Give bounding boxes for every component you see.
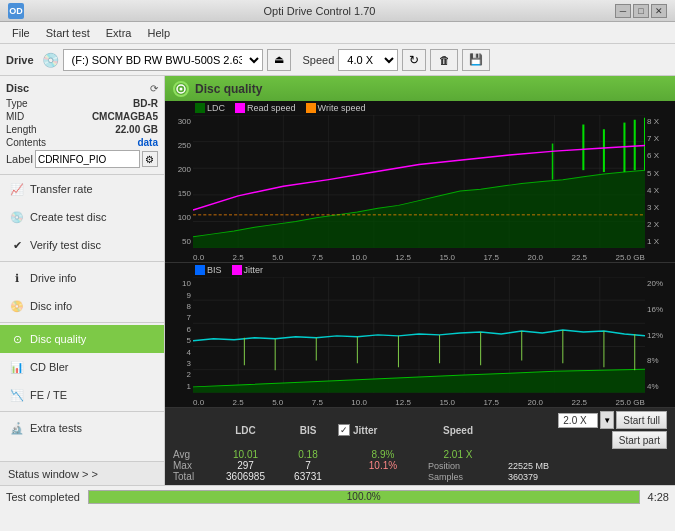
y-b-10: 10 [165,279,193,288]
y-label-3x: 3 X [645,203,675,212]
disc-info-icon: 📀 [10,299,24,313]
samples-label: Samples [428,472,508,482]
status-window-button[interactable]: Status window > > [0,461,164,485]
bx-label-15: 15.0 [439,398,455,407]
progress-bar-container: 100.0% [88,490,640,504]
drive-select[interactable]: (F:) SONY BD RW BWU-500S 2.63 [63,49,263,71]
close-button[interactable]: ✕ [651,4,667,18]
nav-items: 📈 Transfer rate 💿 Create test disc ✔ Ver… [0,175,164,461]
max-label: Max [173,460,213,471]
label-icon-button[interactable]: ⚙ [142,151,158,167]
y-label-150: 150 [165,189,193,198]
jitter-legend-label: Jitter [244,265,264,275]
nav-divider-3 [0,411,164,412]
max-ldc: 297 [213,460,278,471]
x-label-5: 5.0 [272,253,283,262]
x-label-10: 10.0 [351,253,367,262]
jitter-legend-color [232,265,242,275]
menu-extra[interactable]: Extra [98,25,140,41]
y-label-7x: 7 X [645,134,675,143]
avg-bis: 0.18 [278,449,338,460]
titlebar: OD Opti Drive Control 1.70 ─ □ ✕ [0,0,675,22]
y-label-300: 300 [165,117,193,126]
samples-value: 360379 [508,472,538,482]
drive-label: Drive [6,54,34,66]
disc-quality-label: Disc quality [30,333,86,345]
eject-button[interactable]: ⏏ [267,49,291,71]
sidebar-item-disc-quality[interactable]: ⊙ Disc quality [0,325,164,353]
sidebar-item-fe-te[interactable]: 📉 FE / TE [0,381,164,409]
refresh-button[interactable]: ↻ [402,49,426,71]
y-label-8x: 8 X [645,117,675,126]
transfer-rate-icon: 📈 [10,182,24,196]
bottom-chart-legend: BIS Jitter [195,265,263,275]
contents-label: Contents [6,137,46,148]
elapsed-time: 4:28 [648,491,669,503]
y-b-5: 5 [165,336,193,345]
window-controls: ─ □ ✕ [615,4,667,18]
speed-header: Speed [428,425,488,436]
write-speed-legend-label: Write speed [318,103,366,113]
top-chart-svg [193,115,645,248]
sidebar-item-drive-info[interactable]: ℹ Drive info [0,264,164,292]
nav-divider-2 [0,322,164,323]
length-label: Length [6,124,37,135]
sidebar-item-disc-info[interactable]: 📀 Disc info [0,292,164,320]
start-full-button[interactable]: Start full [616,411,667,429]
y-label-1x: 1 X [645,237,675,246]
length-value: 22.00 GB [115,124,158,135]
menu-file[interactable]: File [4,25,38,41]
y-label-6x: 6 X [645,151,675,160]
fe-te-icon: 📉 [10,388,24,402]
speed-control-row: 2.0 X ▼ Start full [558,411,667,429]
y-b-7: 7 [165,313,193,322]
bx-label-5: 5.0 [272,398,283,407]
bx-label-20: 20.0 [527,398,543,407]
menubar: File Start test Extra Help [0,22,675,44]
disc-quality-title: Disc quality [195,82,262,96]
status-text: Test completed [6,491,80,503]
avg-speed: 2.01 X [428,449,488,460]
position-value: 22525 MB [508,461,549,471]
sidebar-item-transfer-rate[interactable]: 📈 Transfer rate [0,175,164,203]
stats-avg-row: Avg 10.01 0.18 8.9% 2.01 X [173,449,667,460]
x-label-25: 25.0 GB [616,253,645,262]
y-b-9: 9 [165,291,193,300]
disc-quality-icon: ⊙ [10,332,24,346]
save-button[interactable]: 💾 [462,49,490,71]
bottom-chart-y-axis-left: 10 9 8 7 6 5 4 3 2 1 [165,277,193,393]
bx-label-7-5: 7.5 [312,398,323,407]
jitter-check-mark: ✓ [340,425,348,435]
speed-display: 2.0 X [558,413,598,428]
sidebar-item-cd-bler[interactable]: 📊 CD Bler [0,353,164,381]
app-icon: OD [8,3,24,19]
label-label: Label [6,153,33,165]
transfer-rate-label: Transfer rate [30,183,93,195]
x-label-20: 20.0 [527,253,543,262]
statusbar: Test completed 100.0% 4:28 [0,485,675,507]
sidebar-item-verify-test-disc[interactable]: ✔ Verify test disc [0,231,164,259]
disc-refresh-button[interactable]: ⟳ [150,83,158,94]
menu-start-test[interactable]: Start test [38,25,98,41]
drive-info-icon: ℹ [10,271,24,285]
disc-panel: Disc ⟳ Type BD-R MID CMCMAGBA5 Length 22… [0,76,164,175]
start-part-button[interactable]: Start part [612,431,667,449]
sidebar-item-create-test-disc[interactable]: 💿 Create test disc [0,203,164,231]
x-label-22-5: 22.5 [571,253,587,262]
minimize-button[interactable]: ─ [615,4,631,18]
y-br-12: 12% [645,331,675,340]
create-disc-icon: 💿 [10,210,24,224]
erase-button[interactable]: 🗑 [430,49,458,71]
cd-bler-icon: 📊 [10,360,24,374]
menu-help[interactable]: Help [139,25,178,41]
y-br-16: 16% [645,305,675,314]
maximize-button[interactable]: □ [633,4,649,18]
window-title: Opti Drive Control 1.70 [24,5,615,17]
speed-dropdown-button[interactable]: ▼ [600,411,614,429]
y-label-200: 200 [165,165,193,174]
label-input[interactable] [35,150,140,168]
x-label-7-5: 7.5 [312,253,323,262]
speed-select[interactable]: 4.0 X [338,49,398,71]
jitter-checkbox[interactable]: ✓ [338,424,350,436]
sidebar-item-extra-tests[interactable]: 🔬 Extra tests [0,414,164,442]
